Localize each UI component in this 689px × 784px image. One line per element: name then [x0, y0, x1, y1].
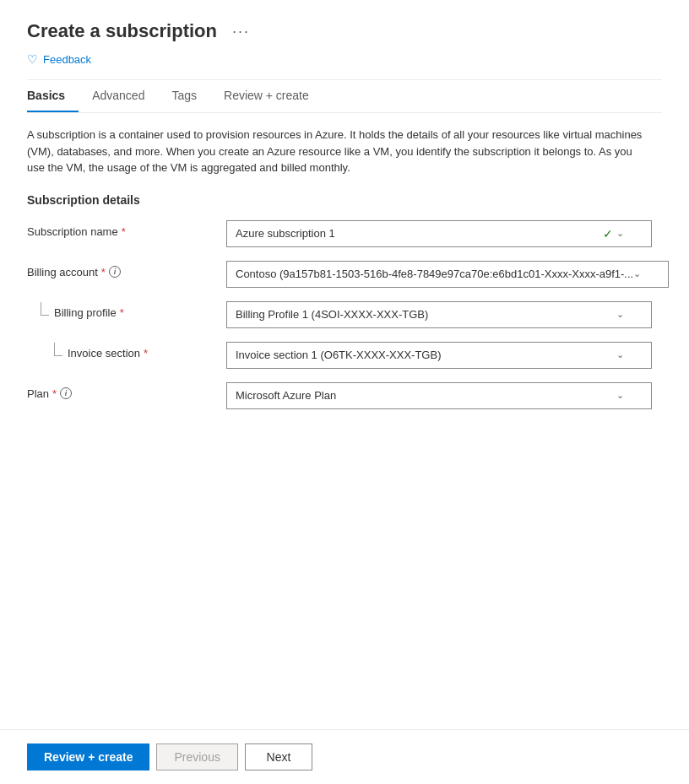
- page-header: Create a subscription ···: [27, 20, 662, 42]
- description-text: A subscription is a container used to pr…: [27, 127, 652, 176]
- billing-profile-value: Billing Profile 1 (4SOI-XXXX-XXX-TGB): [236, 308, 616, 321]
- billing-account-icons: ⌄: [633, 268, 641, 279]
- invoice-section-double-indent: Invoice section *: [41, 347, 148, 360]
- plan-chevron-icon: ⌄: [616, 390, 624, 401]
- tabs-bar: Basics Advanced Tags Review + create: [27, 80, 662, 113]
- plan-dropdown[interactable]: Microsoft Azure Plan ⌄: [226, 382, 652, 409]
- billing-account-control: Contoso (9a157b81-1503-516b-4fe8-7849e97…: [226, 261, 669, 288]
- plan-label: Plan * i: [27, 387, 213, 400]
- subscription-name-dropdown[interactable]: Azure subscription 1 ✓ ⌄: [226, 220, 652, 247]
- review-create-button[interactable]: Review + create: [27, 743, 149, 770]
- tab-tags[interactable]: Tags: [158, 80, 210, 112]
- billing-account-row: Billing account * i Contoso (9a157b81-15…: [27, 261, 652, 288]
- plan-value: Microsoft Azure Plan: [236, 389, 616, 402]
- invoice-section-required: *: [144, 347, 148, 360]
- ellipsis-button[interactable]: ···: [227, 21, 255, 42]
- billing-profile-required: *: [120, 306, 124, 319]
- billing-profile-label: Billing profile *: [54, 306, 124, 319]
- feedback-icon: ♡: [27, 52, 38, 66]
- billing-account-chevron-icon: ⌄: [633, 268, 641, 279]
- billing-profile-icons: ⌄: [616, 309, 624, 320]
- billing-account-label-col: Billing account * i: [27, 261, 213, 278]
- section-title: Subscription details: [27, 193, 662, 207]
- subscription-name-value: Azure subscription 1: [236, 227, 603, 240]
- invoice-section-value: Invoice section 1 (O6TK-XXXX-XXX-TGB): [236, 349, 616, 361]
- billing-profile-chevron-icon: ⌄: [616, 309, 624, 320]
- invoice-section-row: Invoice section * Invoice section 1 (O6T…: [27, 342, 652, 369]
- billing-account-info-icon[interactable]: i: [109, 266, 121, 278]
- plan-label-col: Plan * i: [27, 382, 213, 400]
- billing-profile-label-col: Billing profile *: [27, 301, 213, 319]
- feedback-label: Feedback: [43, 53, 91, 66]
- invoice-section-corner-line: [54, 343, 62, 356]
- footer: Review + create Previous Next: [0, 729, 689, 784]
- billing-account-value: Contoso (9a157b81-1503-516b-4fe8-7849e97…: [236, 268, 633, 280]
- billing-profile-nest-line: Billing profile *: [41, 306, 124, 319]
- form-section: Subscription name * Azure subscription 1…: [27, 220, 652, 423]
- tab-basics[interactable]: Basics: [27, 80, 79, 112]
- previous-button: Previous: [156, 743, 237, 770]
- billing-account-dropdown[interactable]: Contoso (9a157b81-1503-516b-4fe8-7849e97…: [226, 261, 669, 288]
- billing-profile-indent: Billing profile *: [27, 306, 124, 319]
- subscription-name-control: Azure subscription 1 ✓ ⌄: [226, 220, 652, 247]
- invoice-section-label-col: Invoice section *: [27, 342, 213, 360]
- invoice-section-nest-line: Invoice section *: [54, 347, 148, 360]
- subscription-name-chevron-icon: ⌄: [616, 228, 624, 239]
- billing-profile-dropdown[interactable]: Billing Profile 1 (4SOI-XXXX-XXX-TGB) ⌄: [226, 301, 652, 328]
- billing-profile-row: Billing profile * Billing Profile 1 (4SO…: [27, 301, 652, 328]
- next-button[interactable]: Next: [245, 743, 312, 770]
- feedback-link[interactable]: ♡ Feedback: [27, 52, 662, 66]
- plan-icons: ⌄: [616, 390, 624, 401]
- invoice-section-icons: ⌄: [616, 349, 624, 360]
- plan-row: Plan * i Microsoft Azure Plan ⌄: [27, 382, 652, 409]
- plan-control: Microsoft Azure Plan ⌄: [226, 382, 652, 409]
- subscription-name-row: Subscription name * Azure subscription 1…: [27, 220, 652, 247]
- plan-required: *: [52, 387, 57, 400]
- invoice-section-label: Invoice section *: [68, 347, 148, 360]
- subscription-name-label-col: Subscription name *: [27, 220, 213, 238]
- billing-account-required: *: [101, 266, 106, 278]
- subscription-name-check-icon: ✓: [603, 227, 613, 241]
- subscription-name-required: *: [122, 225, 126, 238]
- billing-account-label: Billing account * i: [27, 266, 213, 278]
- page-title: Create a subscription: [27, 20, 217, 42]
- invoice-section-chevron-icon: ⌄: [616, 349, 624, 360]
- tab-advanced[interactable]: Advanced: [79, 80, 158, 112]
- invoice-section-control: Invoice section 1 (O6TK-XXXX-XXX-TGB) ⌄: [226, 342, 652, 369]
- subscription-name-icons: ✓ ⌄: [603, 227, 624, 241]
- subscription-name-label: Subscription name *: [27, 225, 213, 238]
- invoice-section-indent: Invoice section *: [27, 347, 148, 360]
- plan-info-icon[interactable]: i: [60, 387, 72, 399]
- billing-profile-control: Billing Profile 1 (4SOI-XXXX-XXX-TGB) ⌄: [226, 301, 652, 328]
- billing-profile-corner-line: [41, 302, 49, 316]
- tab-review-create[interactable]: Review + create: [210, 80, 323, 112]
- invoice-section-dropdown[interactable]: Invoice section 1 (O6TK-XXXX-XXX-TGB) ⌄: [226, 342, 652, 369]
